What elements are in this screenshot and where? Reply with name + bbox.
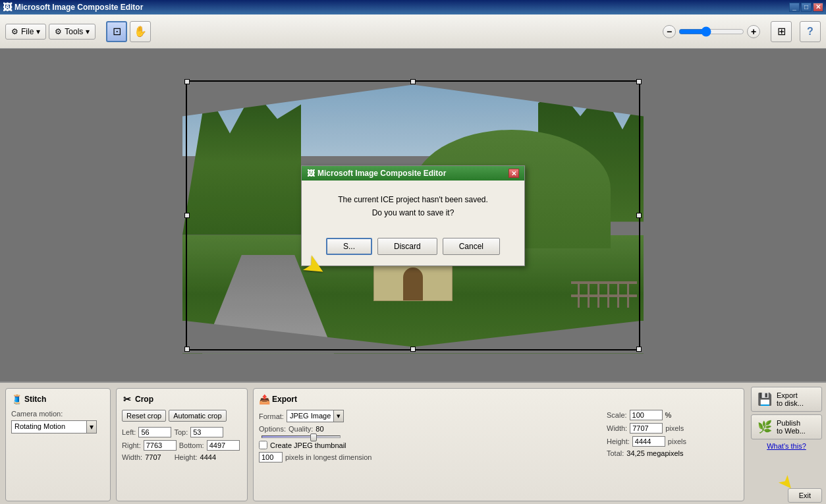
zoom-minus-icon: − [667, 26, 672, 37]
crop-panel: ✂ Crop Reset crop Automatic crop Left: T… [116, 388, 248, 501]
export-width-input[interactable] [630, 423, 663, 434]
canvas-area: 🖼 Microsoft Image Composite Editor ✕ The… [0, 49, 826, 381]
bottom-right-panel: 💾 Export to disk... 🌿 Publish to Web... … [747, 383, 826, 504]
toolbar: ⚙ File ▾ ⚙ Tools ▾ ⊡ ✋ − + ⊞ ? [0, 14, 826, 49]
reset-crop-button[interactable]: Reset crop [122, 410, 166, 422]
title-bar-controls: _ □ ✕ [789, 3, 823, 12]
minimize-button[interactable]: _ [789, 3, 800, 12]
zoom-plus-icon: + [751, 26, 756, 37]
crop-panel-title: ✂ Crop [122, 394, 242, 405]
crop-tool-button[interactable]: ⊡ [106, 21, 127, 42]
export-icon: 📤 [259, 394, 269, 405]
quality-slider-track [262, 435, 341, 438]
fit-icon: ⊞ [777, 25, 786, 38]
exit-button[interactable]: Exit [788, 488, 822, 503]
whats-this-link[interactable]: What's this? [751, 442, 822, 450]
export-to-disk-button[interactable]: 💾 Export to disk... [751, 387, 822, 412]
discard-button[interactable]: Discard [377, 238, 437, 255]
dialog-title-text: Microsoft Image Composite Editor [317, 169, 446, 178]
title-bar: 🖼 Microsoft Image Composite Editor _ □ ✕ [0, 0, 826, 14]
top-input[interactable] [190, 427, 223, 437]
bottom-input[interactable] [207, 440, 240, 451]
export-width-row: Width: pixels [607, 423, 738, 434]
dialog-body: The current ICE project hasn't been save… [302, 181, 524, 232]
help-icon: ? [807, 26, 813, 38]
publish-web-icon: 🌿 [757, 419, 773, 435]
tools-icon: ⚙ [55, 27, 62, 36]
app-title: Microsoft Image Composite Editor [14, 3, 143, 12]
help-button[interactable]: ? [800, 21, 821, 42]
format-row: Format: JPEG Image ▾ [259, 410, 596, 422]
thumbnail-size-input[interactable] [259, 452, 283, 462]
dialog-title-bar: 🖼 Microsoft Image Composite Editor ✕ [302, 166, 524, 181]
export-panel: 📤 Export Format: JPEG Image ▾ Options: Q… [253, 388, 744, 501]
left-field-row: Left: Top: [122, 427, 242, 437]
save-dialog: 🖼 Microsoft Image Composite Editor ✕ The… [301, 165, 525, 266]
stitch-panel-title: 🧵 Stitch [11, 394, 105, 405]
zoom-out-button[interactable]: − [663, 25, 676, 38]
width-field-row: Width: 7707 Height: 4444 [122, 453, 242, 461]
thumbnail-row: Create JPEG thumbnail [259, 441, 596, 449]
publish-web-button[interactable]: 🌿 Publish to Web... [751, 414, 822, 439]
cancel-button[interactable]: Cancel [443, 238, 500, 255]
file-arrow-icon: ▾ [36, 27, 40, 36]
export-height-input[interactable] [632, 436, 665, 447]
quality-slider-thumb[interactable] [310, 434, 317, 441]
file-icon: ⚙ [11, 27, 18, 36]
tools-arrow-icon: ▾ [86, 27, 90, 36]
app-icon: 🖼 [3, 2, 12, 13]
close-button[interactable]: ✕ [813, 3, 823, 12]
hand-tool-button[interactable]: ✋ [130, 21, 151, 42]
dialog-message-line2: Do you want to save it? [372, 208, 454, 217]
file-menu-button[interactable]: ⚙ File ▾ [5, 24, 46, 40]
dialog-overlay: 🖼 Microsoft Image Composite Editor ✕ The… [0, 49, 826, 383]
stitch-icon: 🧵 [11, 394, 22, 405]
left-input[interactable] [138, 427, 171, 437]
scale-row: Scale: % [607, 410, 738, 420]
auto-crop-button[interactable]: Automatic crop [169, 410, 226, 422]
camera-motion-dropdown[interactable]: Rotating Motion ▾ [11, 420, 97, 434]
camera-motion-row: Camera motion: [11, 410, 105, 418]
quality-slider-row [259, 435, 596, 438]
bottom-area: 🧵 Stitch Camera motion: Rotating Motion … [0, 381, 826, 504]
options-row: Options: Quality: 80 [259, 425, 596, 433]
thumb-size-row: pixels in longest dimension [259, 452, 596, 462]
zoom-in-button[interactable]: + [747, 25, 760, 38]
save-button[interactable]: S... [326, 238, 372, 255]
dialog-icon: 🖼 [307, 169, 315, 178]
stitch-panel: 🧵 Stitch Camera motion: Rotating Motion … [5, 388, 111, 501]
format-dropdown-arrow[interactable]: ▾ [333, 410, 343, 422]
crop-panel-icon: ✂ [122, 394, 132, 405]
hand-icon: ✋ [134, 25, 147, 38]
thumbnail-checkbox[interactable] [259, 441, 267, 449]
dialog-close-button[interactable]: ✕ [509, 169, 519, 178]
crop-buttons-row: Reset crop Automatic crop [122, 410, 242, 422]
tools-menu-button[interactable]: ⚙ Tools ▾ [49, 24, 96, 40]
right-input[interactable] [144, 440, 177, 451]
crop-icon: ⊡ [113, 25, 121, 38]
fit-view-button[interactable]: ⊞ [771, 21, 792, 42]
camera-motion-arrow[interactable]: ▾ [86, 421, 96, 433]
format-dropdown[interactable]: JPEG Image ▾ [287, 410, 344, 422]
scale-input[interactable] [630, 410, 663, 420]
dialog-buttons: S... Discard Cancel [302, 233, 524, 266]
export-panel-title: 📤 Export [259, 394, 738, 405]
zoom-slider[interactable] [678, 26, 744, 37]
maximize-button[interactable]: □ [801, 3, 812, 12]
zoom-control: − + ⊞ ? [663, 21, 821, 42]
export-height-row: Height: pixels [607, 436, 738, 447]
dialog-message-line1: The current ICE project hasn't been save… [338, 195, 488, 204]
total-row: Total: 34,25 megapixels [607, 449, 738, 457]
right-field-row: Right: Bottom: [122, 440, 242, 451]
export-disk-icon: 💾 [757, 391, 773, 407]
